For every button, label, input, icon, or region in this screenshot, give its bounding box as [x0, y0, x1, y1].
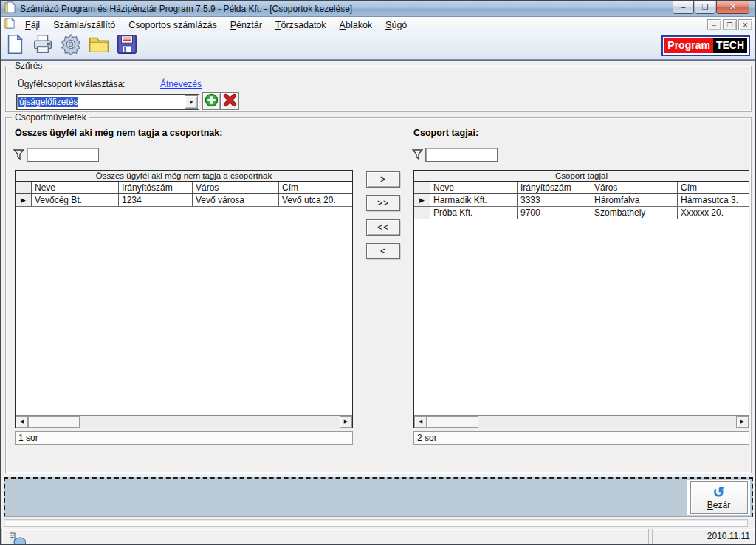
column-header[interactable]: Irányítószám	[518, 182, 591, 193]
menu-bar: FájlSzámla/szállítóCsoportos számlázásPé…	[1, 17, 755, 32]
scrollbar-track[interactable]	[80, 416, 340, 428]
move-right-button[interactable]: >	[366, 171, 400, 188]
computer-icon	[10, 532, 26, 545]
move-all-right-button[interactable]: >>	[366, 195, 400, 211]
mdi-restore-icon[interactable]: ❐	[723, 19, 737, 30]
combobox-value: újságelőfizetés	[17, 97, 185, 107]
gear-icon	[60, 33, 82, 58]
right-members-grid[interactable]: Csoport tagjai NeveIrányítószámVárosCím …	[413, 170, 749, 428]
mdi-minimize-icon[interactable]: –	[707, 19, 721, 30]
scroll-right-icon[interactable]: ▶	[736, 416, 749, 428]
close-form-button[interactable]: ↺ Bezár	[690, 481, 748, 514]
row-indicator-icon: ▶	[16, 194, 32, 206]
window-title: Számlázó Program és Házipénztár Program …	[20, 4, 352, 14]
row-indicator-header	[16, 182, 32, 193]
red-x-icon	[223, 93, 237, 109]
title-bar[interactable]: Számlázó Program és Házipénztár Program …	[1, 1, 755, 17]
scroll-left-icon[interactable]: ◀	[16, 416, 28, 428]
menu-item-f-jl[interactable]: Fájl	[18, 18, 47, 32]
printer-icon	[32, 33, 54, 58]
horizontal-scrollbar[interactable]: ◀ ▶	[414, 415, 749, 428]
scroll-right-icon[interactable]: ▶	[340, 416, 352, 428]
new-document-icon	[4, 33, 26, 58]
restore-icon[interactable]: ❐	[695, 1, 715, 14]
settings-button[interactable]	[57, 33, 85, 58]
mdi-child-icon[interactable]	[4, 18, 16, 32]
column-header[interactable]: Város	[591, 182, 678, 193]
table-row[interactable]: Próba Kft.9700SzombathelyXxxxxx 20.	[414, 207, 749, 219]
menu-item-ablakok[interactable]: Ablakok	[333, 18, 379, 32]
status-bar: 2010.11.11	[1, 529, 755, 545]
grid-title: Összes ügyfél aki még nem tagja a csopor…	[16, 171, 352, 182]
left-row-count: 1 sor	[15, 431, 353, 445]
grid-header-row: NeveIrányítószámVárosCím	[16, 182, 352, 194]
column-header[interactable]: Neve	[32, 182, 119, 193]
chevron-down-icon[interactable]: ▼	[185, 95, 198, 109]
undo-arrow-icon: ↺	[713, 485, 725, 499]
menu-item-sz-mla-sz-ll-t-[interactable]: Számla/szállító	[47, 18, 122, 32]
print-button[interactable]	[29, 33, 57, 58]
group-operations-title: Csoportműveletek	[12, 112, 89, 123]
left-heading: Összes ügyfél aki még nem tagja a csopor…	[15, 128, 222, 138]
delete-group-button[interactable]	[221, 92, 239, 110]
right-heading: Csoport tagjai:	[413, 128, 478, 138]
minimize-icon[interactable]: –	[673, 1, 694, 14]
table-row[interactable]: ▶Vevőcég Bt.1234Vevő városaVevő utca 20.	[16, 194, 352, 207]
status-panel	[1, 529, 649, 544]
group-operations-groupbox: Csoportműveletek Összes ügyfél aki még n…	[5, 117, 752, 473]
add-group-button[interactable]	[202, 92, 221, 110]
grid-rows: ▶Harmadik Kft.3333HáromfalvaHármasutca 3…	[414, 194, 749, 219]
close-button-zone: ↺ Bezár	[687, 480, 750, 515]
scrollbar-thumb[interactable]	[28, 416, 80, 428]
right-filter-input[interactable]	[425, 148, 498, 162]
menu-item-t-rzsadatok[interactable]: Törzsadatok	[269, 18, 333, 32]
toolbar: Program TECH	[1, 32, 755, 59]
status-date: 2010.11.11	[652, 529, 755, 544]
mdi-close-icon[interactable]: ✕	[738, 19, 752, 30]
column-header[interactable]: Cím	[678, 182, 749, 193]
table-cell: Harmadik Kft.	[430, 194, 518, 206]
rename-link[interactable]: Átnevezés	[160, 79, 202, 89]
filter-groupbox-title: Szűrés	[12, 61, 45, 71]
horizontal-scrollbar[interactable]: ◀ ▶	[16, 415, 352, 428]
left-customers-grid[interactable]: Összes ügyfél aki még nem tagja a csopor…	[15, 170, 353, 428]
menu-item-p-nzt-r[interactable]: Pénztár	[224, 18, 269, 32]
programtech-logo: Program TECH	[662, 35, 750, 56]
menu-item-csoportos-sz-ml-z-s[interactable]: Csoportos számlázás	[122, 18, 224, 32]
grid-header-row: NeveIrányítószámVárosCím	[414, 182, 749, 194]
table-cell: Vevő városa	[193, 194, 279, 206]
column-header[interactable]: Irányítószám	[119, 182, 193, 193]
save-button[interactable]	[113, 33, 141, 58]
table-cell: 3333	[518, 194, 591, 206]
close-form-label: Bezár	[707, 500, 730, 510]
scrollbar-thumb[interactable]	[427, 416, 478, 428]
table-cell: Háromfalva	[591, 194, 678, 206]
app-document-icon	[4, 1, 16, 16]
new-document-button[interactable]	[1, 33, 29, 58]
right-row-count: 2 sor	[413, 431, 749, 445]
scrollbar-track[interactable]	[478, 416, 736, 428]
scroll-left-icon[interactable]: ◀	[414, 416, 427, 428]
table-cell: Vevő utca 20.	[279, 194, 352, 206]
grid-rows: ▶Vevőcég Bt.1234Vevő városaVevő utca 20.	[16, 194, 352, 207]
left-filter-input[interactable]	[27, 148, 99, 162]
column-header[interactable]: Neve	[430, 182, 518, 193]
table-cell: 9700	[518, 207, 591, 219]
customer-group-combobox[interactable]: újságelőfizetés ▼	[16, 94, 199, 110]
move-all-left-button[interactable]: <<	[366, 219, 400, 236]
menu-item-s-g-[interactable]: Súgó	[379, 18, 413, 32]
bottom-panel: ↺ Bezár	[4, 477, 753, 517]
menu-items: FájlSzámla/szállítóCsoportos számlázásPé…	[18, 18, 413, 31]
grid-empty-area	[414, 219, 749, 415]
column-header[interactable]: Cím	[279, 182, 352, 193]
column-header[interactable]: Város	[193, 182, 279, 193]
move-left-button[interactable]: <	[366, 243, 400, 259]
logo-red-text: Program	[664, 38, 713, 53]
open-folder-button[interactable]	[85, 33, 113, 58]
floppy-disk-icon	[116, 33, 138, 58]
table-row[interactable]: ▶Harmadik Kft.3333HáromfalvaHármasutca 3…	[414, 194, 749, 207]
filter-funnel-icon	[412, 148, 423, 163]
table-cell: Hármasutca 3.	[678, 194, 749, 206]
grid-empty-area	[16, 207, 352, 415]
close-icon[interactable]: ✕	[716, 1, 749, 14]
